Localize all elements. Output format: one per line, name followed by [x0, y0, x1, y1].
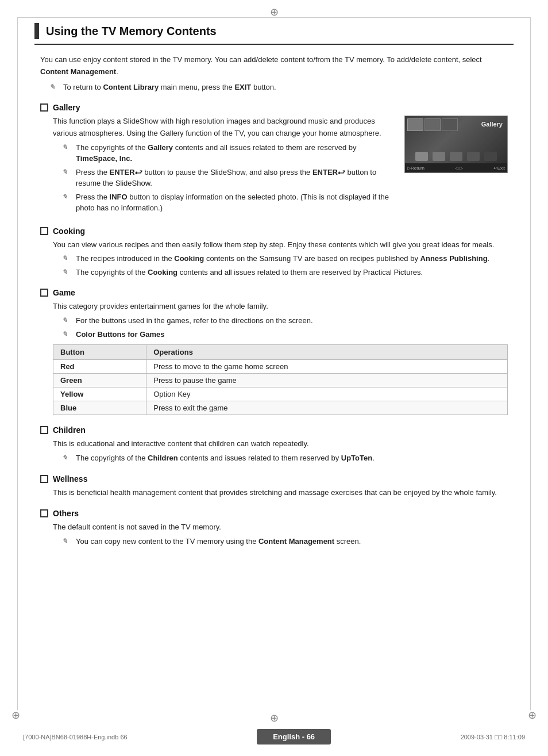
gallery-note3-text: Press the INFO button to display informa… [76, 191, 395, 214]
cooking-note2: ✎ The copyrights of the Cooking contents… [62, 267, 508, 278]
section-wellness-title: Wellness [53, 474, 87, 483]
gallery-text: This function plays a SlideShow with hig… [53, 116, 395, 216]
note-icon-gm1: ✎ [62, 315, 74, 325]
checkbox-icon-cooking [40, 227, 48, 235]
children-note1-text: The copyrights of the Children contents … [76, 452, 375, 464]
table-cell-yellow: Yellow [60, 390, 83, 398]
page-title: Using the TV Memory Contents [46, 25, 217, 38]
section-others-title: Others [53, 509, 79, 518]
crosshair-bottom-left: ⊕ [11, 709, 20, 722]
note-icon-ch1: ✎ [62, 452, 74, 463]
border-left [17, 17, 18, 710]
footer: [7000-NA]BN68-01988H-Eng.indb 66 English… [0, 729, 548, 745]
section-wellness-header: Wellness [40, 474, 508, 483]
section-game: Game This category provides entertainmen… [40, 288, 508, 415]
border-right [530, 17, 531, 710]
cooking-note2-text: The copyrights of the Cooking contents a… [76, 267, 423, 278]
table-row: Green Press to pause the game [53, 374, 508, 387]
section-others-header: Others [40, 509, 508, 518]
checkbox-icon-wellness [40, 475, 48, 483]
main-content: You can use enjoy content stored in the … [34, 54, 514, 547]
section-game-body: This category provides entertainment gam… [40, 301, 508, 415]
table-cell-green: Green [60, 376, 82, 385]
game-note1-text: For the buttons used in the games, refer… [76, 315, 313, 327]
section-gallery: Gallery This function plays a SlideShow … [40, 103, 508, 216]
others-body-text: The default content is not saved in the … [53, 521, 508, 534]
footer-right: 2009-03-31 □□ 8:11:09 [461, 734, 525, 740]
section-others: Others The default content is not saved … [40, 509, 508, 547]
section-wellness: Wellness This is beneficial health manag… [40, 474, 508, 499]
note-icon-gm2: ✎ [62, 329, 74, 339]
page-title-bar: Using the TV Memory Contents [34, 23, 514, 45]
section-cooking-header: Cooking [40, 227, 508, 236]
gallery-note1: ✎ The copyrights of the Gallery contents… [62, 142, 395, 164]
checkbox-icon-others [40, 509, 48, 517]
table-header-button: Button [53, 345, 146, 360]
section-game-title: Game [53, 288, 75, 297]
note-icon-g2: ✎ [62, 167, 74, 177]
note-icon-g1: ✎ [62, 142, 74, 152]
table-row: Blue Press to exit the game [53, 401, 508, 415]
note-icon-c1: ✎ [62, 253, 74, 263]
checkbox-icon-gallery [40, 103, 48, 112]
note-icon-g3: ✎ [62, 191, 74, 202]
crosshair-bottom-center: ⊕ [270, 712, 279, 724]
section-wellness-body: This is beneficial health management con… [40, 487, 508, 499]
section-children: Children This is educational and interac… [40, 425, 508, 463]
gallery-img-bottom-left: ▷Return [407, 166, 424, 171]
note-icon: ✎ [49, 82, 61, 92]
gallery-note3: ✎ Press the INFO button to display infor… [62, 191, 395, 214]
section-cooking-title: Cooking [53, 227, 85, 236]
table-row: Yellow Option Key [53, 387, 508, 401]
section-children-body: This is educational and interactive cont… [40, 438, 508, 463]
table-header-operations: Operations [146, 345, 508, 360]
gallery-note2-text: Press the ENTER⮐ button to pause the Sli… [76, 167, 395, 189]
section-gallery-title: Gallery [53, 103, 80, 112]
section-children-header: Children [40, 425, 508, 435]
table-cell-green-op: Press to pause the game [146, 374, 508, 387]
table-cell-blue-op: Press to exit the game [146, 401, 508, 415]
gallery-note2: ✎ Press the ENTER⮐ button to pause the S… [62, 167, 395, 189]
gallery-img-bottom-right: ↵Exit [493, 166, 505, 171]
wellness-body-text: This is beneficial health management con… [53, 487, 508, 499]
cooking-note1: ✎ The recipes introduced in the Cooking … [62, 253, 508, 264]
table-cell-red: Red [60, 362, 75, 371]
note-icon-c2: ✎ [62, 267, 74, 277]
others-note1: ✎ You can copy new content to the TV mem… [62, 536, 508, 547]
others-note1-text: You can copy new content to the TV memor… [76, 536, 361, 547]
section-others-body: The default content is not saved in the … [40, 521, 508, 547]
game-note2: ✎ Color Buttons for Games [62, 329, 508, 340]
checkbox-icon-game [40, 289, 48, 297]
footer-left: [7000-NA]BN68-01988H-Eng.indb 66 [23, 734, 128, 740]
table-row: Red Press to move to the game home scree… [53, 360, 508, 374]
color-buttons-label: Color Buttons for Games [76, 329, 165, 340]
intro-bold: Content Management [40, 67, 116, 76]
section-gallery-header: Gallery [40, 103, 508, 112]
section-children-title: Children [53, 425, 86, 435]
intro-text1: You can use enjoy content stored in the … [40, 55, 482, 64]
page-wrapper: ⊕ ⊕ ⊕ Using the TV Memory Contents You c… [0, 0, 548, 756]
game-note1: ✎ For the buttons used in the games, ref… [62, 315, 508, 327]
note-icon-ot1: ✎ [62, 536, 74, 546]
gallery-body-text: This function plays a SlideShow with hig… [53, 116, 395, 140]
gallery-row: This function plays a SlideShow with hig… [53, 116, 508, 216]
color-buttons-table: Button Operations Red Press to move to t… [53, 344, 508, 415]
gallery-img-label: Gallery [481, 121, 503, 128]
intro-text1-end: . [116, 67, 118, 76]
intro-note: ✎ To return to Content Library main menu… [49, 82, 508, 93]
section-cooking: Cooking You can view various recipes and… [40, 227, 508, 278]
gallery-image: Gallery ▷Return ◁ ▷ ↵Exit [404, 116, 508, 173]
table-cell-red-op: Press to move to the game home screen [146, 360, 508, 374]
section-game-header: Game [40, 288, 508, 297]
children-note1: ✎ The copyrights of the Children content… [62, 452, 508, 464]
intro-note-text: To return to Content Library main menu, … [63, 82, 276, 93]
gallery-note1-text: The copyrights of the Gallery contents a… [76, 142, 395, 164]
game-body-text: This category provides entertainment gam… [53, 301, 508, 313]
table-cell-yellow-op: Option Key [146, 387, 508, 401]
gallery-img-nav: ◁ ▷ [455, 166, 463, 171]
section-gallery-body: This function plays a SlideShow with hig… [40, 116, 508, 216]
table-cell-blue: Blue [60, 404, 76, 412]
section-cooking-body: You can view various recipes and then ea… [40, 239, 508, 278]
cooking-body-text: You can view various recipes and then ea… [53, 239, 508, 251]
children-body-text: This is educational and interactive cont… [53, 438, 508, 450]
